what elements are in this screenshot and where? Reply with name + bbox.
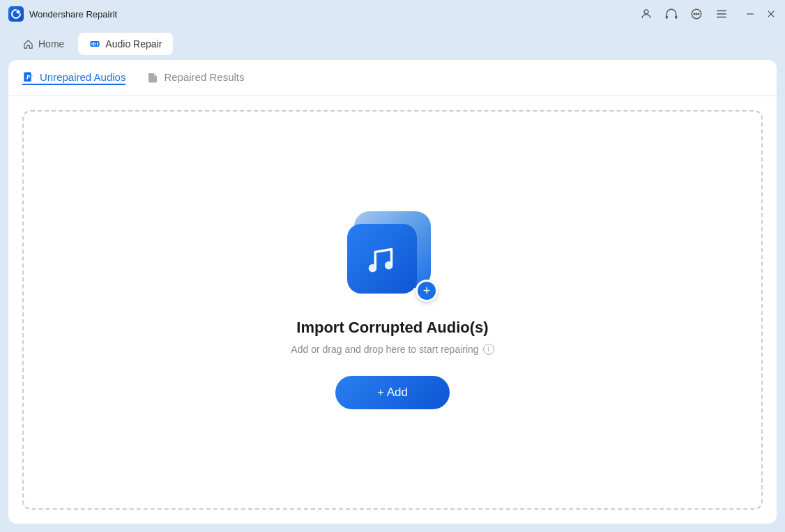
svg-rect-16 (93, 42, 94, 47)
import-subtitle: Add or drag and drop here to start repai… (291, 344, 494, 355)
app-icon (8, 6, 24, 22)
nav-audio-repair-label: Audio Repair (105, 38, 162, 50)
home-icon (22, 38, 33, 50)
add-button[interactable]: + Add (335, 376, 450, 409)
tab-repaired-label: Repaired Results (164, 71, 244, 83)
repaired-file-icon (146, 71, 159, 84)
svg-rect-15 (92, 43, 93, 45)
drop-zone[interactable]: + Import Corrupted Audio(s) Add or drag … (22, 110, 763, 510)
title-bar-left: Wondershare Repairit (8, 6, 117, 22)
repairit-icon (11, 9, 21, 19)
tab-repaired-results[interactable]: Repaired Results (146, 71, 244, 85)
add-circle: + (416, 280, 438, 302)
window-controls (745, 8, 777, 20)
title-bar-right (640, 8, 777, 20)
tabs-bar: Unrepaired Audios Repaired Results (8, 60, 777, 96)
info-icon[interactable]: i (483, 344, 494, 355)
svg-rect-14 (91, 41, 100, 47)
tab-unrepaired-label: Unrepaired Audios (40, 71, 125, 83)
svg-rect-18 (98, 42, 98, 45)
nav-audio-repair-tab[interactable]: Audio Repair (78, 33, 173, 55)
svg-point-5 (694, 13, 695, 15)
nav-home-label: Home (38, 38, 64, 50)
nav-home-tab[interactable]: Home (11, 33, 75, 55)
svg-rect-2 (666, 15, 668, 19)
import-title: Import Corrupted Audio(s) (296, 319, 488, 337)
svg-point-1 (644, 10, 648, 14)
music-file-icon (22, 71, 35, 84)
audio-repair-icon (89, 38, 100, 50)
main-content: Unrepaired Audios Repaired Results (8, 60, 777, 524)
svg-point-23 (369, 264, 377, 272)
chat-icon[interactable] (690, 8, 703, 20)
audio-icon-overlay (347, 224, 417, 294)
svg-point-7 (698, 13, 699, 15)
menu-icon[interactable] (715, 8, 728, 20)
audio-icon-wrapper: + (347, 211, 438, 302)
svg-point-20 (26, 77, 28, 79)
close-button[interactable] (765, 8, 777, 20)
svg-rect-3 (675, 15, 677, 19)
headset-icon[interactable] (665, 8, 678, 20)
svg-point-0 (17, 10, 20, 14)
nav-bar: Home Audio Repair (0, 28, 785, 60)
svg-rect-17 (96, 43, 96, 45)
user-icon[interactable] (640, 8, 653, 20)
title-bar: Wondershare Repairit (0, 0, 785, 28)
app-title: Wondershare Repairit (29, 9, 117, 20)
svg-point-6 (696, 13, 697, 15)
import-subtitle-text: Add or drag and drop here to start repai… (291, 344, 478, 355)
svg-point-24 (385, 261, 393, 269)
add-circle-inner: + (418, 282, 436, 300)
minimize-button[interactable] (745, 8, 756, 20)
tab-unrepaired-audios[interactable]: Unrepaired Audios (22, 71, 125, 85)
